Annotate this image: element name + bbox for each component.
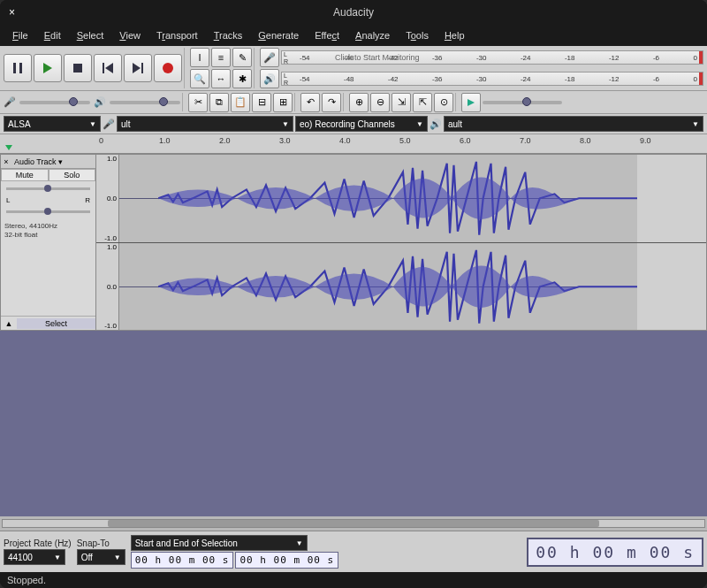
track-name-dropdown[interactable]: Audio Track ▾	[11, 157, 95, 166]
zoom-tool[interactable]: 🔍	[190, 69, 209, 88]
trim-button[interactable]: ⊟	[252, 93, 271, 112]
skip-start-button[interactable]	[94, 54, 122, 82]
timeshift-tool[interactable]: ↔	[211, 69, 231, 88]
play-volume-slider[interactable]	[110, 101, 180, 104]
menu-select[interactable]: Select	[70, 27, 111, 43]
fit-selection-button[interactable]: ⇲	[392, 93, 411, 112]
zoom-out-button[interactable]: ⊖	[370, 93, 390, 112]
play-button[interactable]	[34, 54, 62, 82]
mic-device-icon: 🎤	[103, 118, 115, 130]
pan-slider[interactable]	[6, 210, 90, 213]
status-bar: Stopped.	[0, 572, 707, 588]
waveform-svg	[119, 155, 706, 242]
cut-button[interactable]: ✂	[188, 93, 208, 112]
rec-channels-dropdown[interactable]: eo) Recording Channels▼	[295, 116, 428, 132]
menubar: File Edit Select View Transport Tracks G…	[0, 25, 707, 46]
rec-device-dropdown[interactable]: ult▼	[117, 116, 293, 132]
empty-track-area[interactable]	[0, 331, 707, 516]
pause-button[interactable]	[4, 54, 32, 82]
skip-end-button[interactable]	[124, 54, 152, 82]
rec-meter-mic-icon[interactable]: 🎤	[260, 48, 279, 67]
menu-tracks[interactable]: Tracks	[207, 27, 250, 43]
toolbar-transport-row: I ≡ ✎ 🔍 ↔ ✱ 🎤 LR -54-48-42-36-30-24-18-1…	[0, 46, 707, 91]
audio-track: × Audio Track ▾ Mute Solo LR	[0, 154, 707, 331]
mute-button[interactable]: Mute	[1, 169, 49, 181]
window-title: Audacity	[333, 6, 374, 19]
recording-meter[interactable]: LR -54-48-42-36-30-24-18-12-60 Click to …	[281, 50, 703, 65]
record-button[interactable]	[154, 54, 182, 82]
close-icon[interactable]: ×	[9, 8, 18, 17]
menu-transport[interactable]: Transport	[149, 27, 205, 43]
titlebar: × Audacity	[0, 0, 707, 25]
channel-left[interactable]: 1.0 0.0 -1.0	[96, 155, 706, 243]
app-window: × Audacity File Edit Select View Transpo…	[0, 0, 707, 588]
paste-button[interactable]: 📋	[231, 93, 250, 112]
waveform-right[interactable]	[119, 243, 706, 331]
rec-volume-slider[interactable]	[19, 101, 90, 104]
draw-tool[interactable]: ✎	[232, 48, 252, 67]
menu-edit[interactable]: Edit	[37, 27, 68, 43]
solo-button[interactable]: Solo	[49, 169, 96, 181]
stop-button[interactable]	[64, 54, 92, 82]
selection-toolbar: Project Rate (Hz) 44100▼ Snap-To Off▼ St…	[0, 531, 707, 572]
silence-button[interactable]: ⊞	[273, 93, 293, 112]
snap-to-dropdown[interactable]: Off▼	[77, 549, 125, 565]
svg-rect-2	[73, 64, 82, 73]
speaker-icon: 🔊	[94, 96, 106, 108]
snap-to-label: Snap-To	[77, 538, 125, 548]
redo-button[interactable]: ↷	[322, 93, 341, 112]
zoom-in-button[interactable]: ⊕	[349, 93, 369, 112]
speaker-device-icon: 🔊	[430, 118, 442, 130]
playback-meter[interactable]: LR -54-48-42-36-30-24-18-12-60	[281, 72, 703, 86]
selection-tool[interactable]: I	[190, 48, 209, 67]
playhead-icon[interactable]	[5, 145, 12, 150]
transport-controls	[2, 48, 185, 88]
menu-file[interactable]: File	[5, 27, 35, 43]
audio-host-dropdown[interactable]: ALSA▼	[4, 116, 101, 132]
play-meter-speaker-icon[interactable]: 🔊	[260, 69, 279, 88]
vertical-scale-right[interactable]: 1.0 0.0 -1.0	[96, 243, 119, 331]
selection-mode-dropdown[interactable]: Start and End of Selection▼	[131, 535, 308, 551]
track-select-button[interactable]: Select	[17, 318, 95, 329]
track-close-button[interactable]: ×	[1, 157, 11, 166]
zoom-toggle-button[interactable]: ⊙	[434, 93, 453, 112]
project-rate-label: Project Rate (Hz)	[4, 538, 72, 548]
vertical-scale-left[interactable]: 1.0 0.0 -1.0	[96, 155, 119, 242]
toolbar-edit-row: 🎤 🔊 ✂ ⧉ 📋 ⊟ ⊞ ↶ ↷ ⊕ ⊖ ⇲ ⇱ ⊙	[0, 91, 707, 114]
multi-tool[interactable]: ✱	[232, 69, 252, 88]
waveform-left[interactable]	[119, 155, 706, 242]
track-info: Stereo, 44100Hz 32-bit float	[1, 219, 95, 242]
svg-rect-3	[103, 63, 104, 73]
gain-slider[interactable]	[6, 187, 90, 190]
track-collapse-button[interactable]: ▲	[1, 319, 17, 328]
mic-icon: 🎤	[4, 96, 16, 108]
play-speed-slider[interactable]	[483, 101, 562, 104]
play-meter-ticks: -54-48-42-36-30-24-18-12-60	[300, 75, 697, 83]
menu-effect[interactable]: Effect	[308, 27, 346, 43]
selection-start-time[interactable]: 00 h 00 m 00 s	[131, 552, 234, 569]
svg-rect-4	[141, 63, 143, 73]
project-rate-dropdown[interactable]: 44100▼	[4, 549, 65, 565]
play-device-dropdown[interactable]: ault▼	[444, 116, 703, 132]
svg-rect-0	[13, 63, 16, 73]
svg-point-5	[163, 63, 173, 73]
channel-right[interactable]: 1.0 0.0 -1.0	[96, 243, 706, 331]
envelope-tool[interactable]: ≡	[211, 48, 231, 67]
menu-help[interactable]: Help	[437, 27, 472, 43]
timeline-ruler[interactable]: 01.02.03.04.05.06.07.08.09.0	[0, 134, 707, 154]
audio-position-time[interactable]: 00 h 00 m 00 s	[527, 538, 703, 567]
play-at-speed-button[interactable]	[461, 93, 481, 112]
horizontal-scrollbar[interactable]	[0, 516, 707, 531]
tracks-area: × Audio Track ▾ Mute Solo LR	[0, 154, 707, 531]
copy-button[interactable]: ⧉	[209, 93, 229, 112]
svg-rect-1	[19, 63, 22, 73]
device-toolbar: ALSA▼ 🎤 ult▼ eo) Recording Channels▼ 🔊 a…	[0, 114, 707, 134]
fit-project-button[interactable]: ⇱	[413, 93, 432, 112]
menu-tools[interactable]: Tools	[399, 27, 436, 43]
menu-analyze[interactable]: Analyze	[348, 27, 397, 43]
undo-button[interactable]: ↶	[300, 93, 320, 112]
menu-generate[interactable]: Generate	[251, 27, 306, 43]
track-control-panel: × Audio Track ▾ Mute Solo LR	[1, 155, 96, 330]
menu-view[interactable]: View	[112, 27, 148, 43]
selection-end-time[interactable]: 00 h 00 m 00 s	[235, 552, 338, 569]
